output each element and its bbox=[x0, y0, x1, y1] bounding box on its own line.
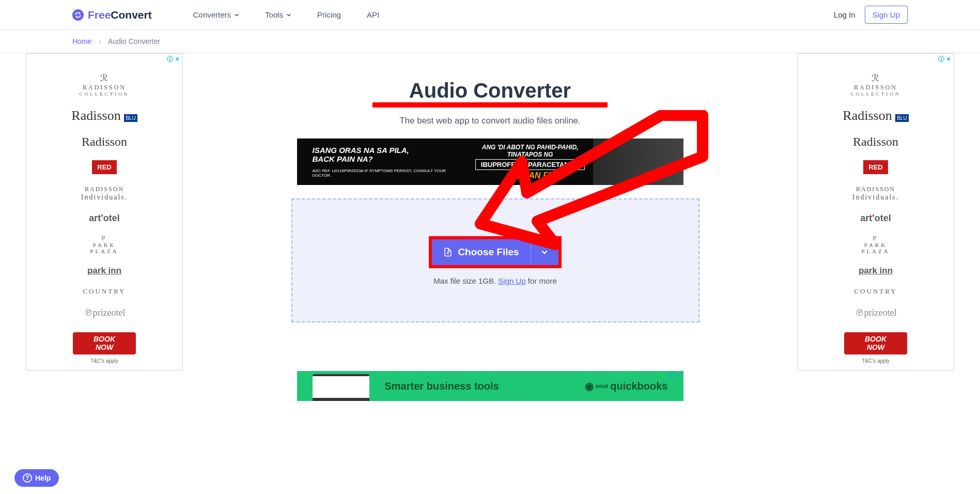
ad-brand-park-plaza: ℙPARKPLAZA bbox=[90, 235, 118, 254]
dropzone-hint: Max file size 1GB. Sign Up for more bbox=[433, 276, 556, 285]
chevron-down-icon bbox=[234, 12, 239, 18]
ad-image bbox=[313, 374, 369, 401]
logo-text-free: Free bbox=[88, 9, 111, 21]
ad-brand-individuals: RADISSONIndividuals. bbox=[81, 186, 128, 202]
nav-converters-label: Converters bbox=[193, 10, 231, 19]
ad-brand-list: ℛRADISSONCOLLECTION Radisson BLU Radisso… bbox=[798, 54, 954, 318]
nav-tools[interactable]: Tools bbox=[265, 10, 291, 19]
ad-brand-prizeotel: ℗prizeotel bbox=[855, 307, 897, 318]
ad-terms: T&C's apply bbox=[798, 358, 954, 364]
nav-pricing-label: Pricing bbox=[317, 10, 341, 19]
ad-brand-park-plaza: ℙPARKPLAZA bbox=[861, 235, 890, 254]
header-right: Log In Sign Up bbox=[834, 6, 908, 24]
ad-badge: i✕ bbox=[668, 372, 681, 378]
ad-brand-red: RED bbox=[863, 160, 888, 174]
ad-brand-radisson-blu: Radisson BLU bbox=[71, 108, 137, 124]
ad-badge: i✕ bbox=[167, 56, 180, 62]
main-nav: Converters Tools Pricing API bbox=[193, 10, 379, 19]
banner-ad-right: ANG 'DI ABOT NG PAHID-PAHID, TINATAPOS N… bbox=[467, 144, 593, 180]
nav-api[interactable]: API bbox=[367, 10, 379, 19]
banner-ad-image bbox=[593, 138, 683, 185]
ad-brand-prizeotel: ℗prizeotel bbox=[84, 307, 126, 318]
ad-info-icon[interactable]: i bbox=[938, 56, 944, 62]
chevron-right-icon: › bbox=[99, 37, 101, 45]
chevron-down-icon bbox=[286, 12, 291, 18]
ad-brand-artotel: art'otel bbox=[89, 213, 119, 224]
signup-button[interactable]: Sign Up bbox=[865, 6, 908, 24]
ad-info-icon[interactable]: i bbox=[167, 56, 173, 62]
ad-close-icon[interactable]: ✕ bbox=[675, 372, 681, 378]
chevron-down-icon bbox=[541, 249, 548, 256]
ad-terms: T&C's apply bbox=[26, 358, 182, 364]
logo-text-convert: Convert bbox=[111, 9, 151, 21]
breadcrumb-current: Audio Converter bbox=[108, 37, 160, 45]
ad-brand-radisson: Radisson bbox=[82, 135, 127, 149]
ad-close-icon[interactable]: ✕ bbox=[945, 56, 952, 62]
ad-brand-country: COUNTRY bbox=[854, 287, 897, 296]
banner-ad-left: ISANG ORAS NA SA PILA, BACK PAIN NA? ASC… bbox=[297, 146, 447, 178]
logo-icon bbox=[72, 9, 84, 21]
main-content: i✕ ℛRADISSONCOLLECTION Radisson BLU Radi… bbox=[0, 53, 980, 401]
choose-files-label: Choose Files bbox=[458, 246, 519, 258]
login-link[interactable]: Log In bbox=[834, 10, 855, 19]
file-add-icon bbox=[443, 247, 453, 257]
sidebar-ad-right[interactable]: i✕ ℛRADISSONCOLLECTION Radisson BLU Radi… bbox=[797, 53, 954, 371]
ad-close-icon[interactable]: ✕ bbox=[174, 56, 180, 62]
annotation-highlight-box: Choose Files bbox=[429, 236, 561, 268]
nav-pricing[interactable]: Pricing bbox=[317, 10, 341, 19]
ad-brand-artotel: art'otel bbox=[860, 213, 891, 224]
ad-info-icon[interactable]: i bbox=[668, 372, 674, 378]
logo[interactable]: FreeConvert bbox=[72, 9, 152, 21]
nav-converters[interactable]: Converters bbox=[193, 10, 239, 19]
file-dropzone[interactable]: Choose Files Max file size 1GB. Sign Up … bbox=[291, 198, 699, 322]
sidebar-ad-left[interactable]: i✕ ℛRADISSONCOLLECTION Radisson BLU Radi… bbox=[26, 53, 183, 371]
ad-brand-list: ℛRADISSONCOLLECTION Radisson BLU Radisso… bbox=[26, 54, 182, 318]
banner-ad-bottom[interactable]: i✕ Smarter business tools ◉ intuit quick… bbox=[297, 371, 683, 401]
choose-files-button[interactable]: Choose Files bbox=[432, 239, 530, 265]
ad-brand-radisson: Radisson bbox=[853, 135, 898, 149]
choose-files-dropdown[interactable] bbox=[531, 239, 558, 265]
breadcrumb-home[interactable]: Home bbox=[72, 37, 91, 45]
ad-brand-radisson-collection: ℛRADISSONCOLLECTION bbox=[80, 72, 130, 97]
main-header: FreeConvert Converters Tools Pricing API… bbox=[0, 0, 980, 30]
dropzone-signup-link[interactable]: Sign Up bbox=[498, 276, 525, 285]
nav-tools-label: Tools bbox=[265, 10, 283, 19]
nav-api-label: API bbox=[367, 10, 379, 19]
center-column: ISANG ORAS NA SA PILA, BACK PAIN NA? ASC… bbox=[291, 138, 689, 401]
ad-brand-radisson-blu: Radisson BLU bbox=[843, 108, 908, 124]
breadcrumb: Home › Audio Converter bbox=[0, 30, 980, 53]
ad-brand-park-inn: park inn bbox=[859, 266, 893, 276]
ad-brand-radisson-collection: ℛRADISSONCOLLECTION bbox=[851, 72, 901, 97]
ad-text: Smarter business tools bbox=[385, 380, 499, 392]
ad-brand-park-inn: park inn bbox=[87, 266, 121, 276]
banner-ad-top[interactable]: ISANG ORAS NA SA PILA, BACK PAIN NA? ASC… bbox=[297, 138, 683, 185]
annotation-underline bbox=[372, 102, 608, 107]
ad-book-now-button[interactable]: BOOKNOW bbox=[73, 332, 136, 354]
ad-brand: ◉ intuit quickbooks bbox=[585, 380, 668, 392]
ad-badge: i✕ bbox=[938, 56, 952, 62]
ad-brand-country: COUNTRY bbox=[83, 287, 126, 296]
ad-brand-red: RED bbox=[92, 160, 116, 174]
ad-brand-individuals: RADISSONIndividuals. bbox=[852, 186, 899, 202]
ad-book-now-button[interactable]: BOOKNOW bbox=[844, 332, 907, 354]
